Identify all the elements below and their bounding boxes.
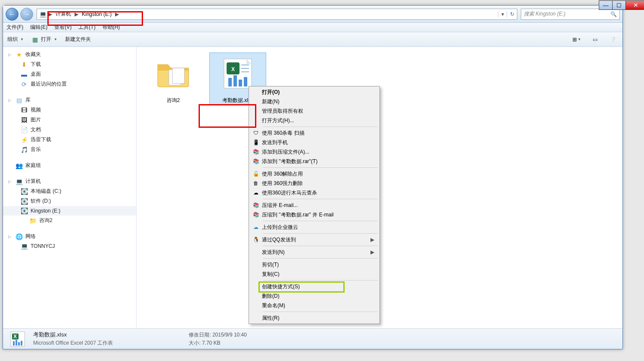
chevron-right-icon[interactable]: ▶ [73, 11, 80, 17]
ctx-properties[interactable]: 属性(R) [250, 313, 379, 323]
ctx-addarchive[interactable]: 📚添加到压缩文件(A)... [250, 147, 379, 157]
desktop-icon: ▬ [20, 71, 28, 78]
tree-network-pc[interactable]: 💻TONNYCJ [3, 241, 136, 251]
tree-pictures[interactable]: 🖼图片 [3, 115, 136, 125]
ctx-delete[interactable]: 删除(D) [250, 291, 379, 301]
close-button[interactable]: ✕ [625, 0, 644, 10]
star-icon: ★ [15, 51, 23, 58]
menu-help[interactable]: 帮助(H) [103, 24, 120, 31]
chevron-right-icon[interactable]: ▶ [47, 11, 54, 17]
excel-icon: X [9, 330, 26, 348]
menu-view[interactable]: 查看(V) [54, 24, 72, 31]
cloud-icon: ☁ [250, 224, 262, 230]
preview-pane-button[interactable]: ▭ [590, 35, 600, 44]
context-menu: 打开(O) 新建(N) 管理员取得所有权 打开方式(H)... 🛡使用 360杀… [249, 86, 380, 324]
archive-icon: 📚 [250, 202, 262, 208]
details-size-label: 大小: [189, 340, 200, 346]
archive-icon: 📚 [250, 149, 262, 155]
tree-drive-e[interactable]: 💽Kingston (E:) [3, 206, 136, 216]
disk-icon: 💽 [20, 188, 28, 195]
ctx-360force[interactable]: 🗑使用 360强力删除 [250, 179, 379, 188]
menu-edit[interactable]: 编辑(E) [30, 24, 47, 31]
ctx-rename[interactable]: 重命名(M) [250, 301, 379, 310]
navigation-bar: ← → 💻 ▶ 计算机 ▶ Kingston (E:) ▶ ▾ ↻ 搜索 Kin… [3, 6, 622, 23]
svg-rect-15 [13, 341, 15, 346]
ctx-360scan[interactable]: 🛡使用 360杀毒 扫描 [250, 128, 379, 138]
search-placeholder: 搜索 Kingston (E:) [524, 10, 566, 18]
video-icon: 🎞 [20, 107, 28, 114]
folder-icon [152, 53, 194, 94]
window-controls: — ☐ ✕ [599, 0, 644, 10]
breadcrumb-item[interactable]: Kingston (E:) [80, 9, 113, 19]
address-bar[interactable]: 💻 ▶ 计算机 ▶ Kingston (E:) ▶ ▾ ↻ [37, 9, 517, 20]
view-options-button[interactable]: ⊞▼ [572, 35, 582, 44]
refresh-button[interactable]: ↻ [507, 11, 517, 17]
ctx-ziprar-email[interactable]: 📚压缩到 "考勤数据.rar" 并 E-mail [250, 210, 379, 219]
menu-tools[interactable]: 工具(T) [78, 24, 95, 31]
chevron-right-icon[interactable]: ▶ [113, 11, 121, 17]
svg-rect-18 [21, 341, 22, 346]
ctx-sendphone[interactable]: 📱发送到手机 [250, 138, 379, 147]
ctx-addrar[interactable]: 📚添加到 "考勤数据.rar"(T) [250, 157, 379, 166]
ctx-open[interactable]: 打开(O) [250, 87, 379, 97]
maximize-button[interactable]: ☐ [612, 0, 626, 10]
tree-homegroup[interactable]: 👥家庭组 [3, 160, 136, 170]
ctx-copy[interactable]: 复制(C) [250, 269, 379, 279]
tree-computer[interactable]: ▷💻计算机 [3, 176, 136, 186]
ctx-cut[interactable]: 剪切(T) [250, 260, 379, 269]
tree-music[interactable]: 🎵音乐 [3, 145, 136, 154]
ctx-admin[interactable]: 管理员取得所有权 [250, 106, 379, 116]
tree-subfolder[interactable]: 📁咨询2 [3, 216, 136, 225]
ctx-qq-send[interactable]: 🐧通过QQ发送到▶ [250, 235, 379, 244]
tree-libraries[interactable]: ▷▤库 [3, 95, 136, 105]
svg-rect-8 [228, 78, 232, 86]
folder-tile[interactable]: 咨询2 [145, 53, 201, 104]
tree-recent[interactable]: ⟳最近访问的位置 [3, 79, 136, 89]
recent-icon: ⟳ [20, 81, 28, 88]
ctx-sendto[interactable]: 发送到(N)▶ [250, 247, 379, 257]
open-button[interactable]: ▦ 打开▼ [31, 36, 57, 43]
excel-icon: ▦ [31, 36, 39, 43]
minimize-button[interactable]: — [599, 0, 613, 10]
homegroup-icon: 👥 [15, 162, 23, 169]
unlock-icon: 🔓 [250, 171, 262, 177]
tree-downloads[interactable]: ⬇下载 [3, 59, 136, 69]
ctx-upload-weiyun[interactable]: ☁上传到企业微云 [250, 222, 379, 232]
menu-file[interactable]: 文件(F) [6, 24, 23, 31]
new-folder-button[interactable]: 新建文件夹 [65, 36, 91, 43]
svg-rect-1 [172, 68, 184, 83]
tree-favorites[interactable]: ▷★收藏夹 [3, 49, 136, 59]
address-dropdown[interactable]: ▾ [498, 11, 507, 17]
search-icon[interactable]: 🔍 [610, 11, 617, 17]
tree-desktop[interactable]: ▬桌面 [3, 69, 136, 79]
back-button[interactable]: ← [6, 8, 19, 21]
computer-icon: 💻 [39, 11, 47, 18]
search-input[interactable]: 搜索 Kingston (E:) 🔍 [521, 9, 620, 20]
tree-documents[interactable]: 📄文档 [3, 125, 136, 135]
svg-rect-17 [18, 342, 20, 346]
ctx-360unlock[interactable]: 🔓使用 360解除占用 [250, 169, 379, 179]
ctx-zipemail[interactable]: 📚压缩并 E-mail... [250, 201, 379, 210]
ctx-openwith[interactable]: 打开方式(H)... [250, 116, 379, 125]
picture-icon: 🖼 [20, 117, 28, 123]
archive-icon: 📚 [250, 212, 262, 218]
tree-network[interactable]: ▷🌐网络 [3, 231, 136, 241]
breadcrumb-item[interactable]: 计算机 [54, 9, 73, 19]
archive-icon: 📚 [250, 158, 262, 164]
computer-icon: 💻 [20, 243, 28, 250]
disk-icon: 💽 [20, 207, 28, 214]
tree-drive-c[interactable]: 💽本地磁盘 (C:) [3, 186, 136, 196]
folder-icon: 📁 [29, 217, 37, 224]
tree-videos[interactable]: 🎞视频 [3, 105, 136, 115]
svg-rect-11 [244, 77, 247, 86]
ctx-360cloud[interactable]: ☁使用360进行木马云查杀 [250, 188, 379, 197]
ctx-new[interactable]: 新建(N) [250, 97, 379, 106]
tree-drive-d[interactable]: 💽软件 (D:) [3, 196, 136, 206]
organize-button[interactable]: 组织▼ [7, 36, 24, 43]
help-button[interactable]: ❔ [608, 35, 618, 44]
ctx-shortcut[interactable]: 创建快捷方式(S) [250, 282, 379, 291]
delete-icon: 🗑 [250, 180, 262, 186]
forward-button[interactable]: → [20, 8, 33, 21]
tree-thunder[interactable]: ⚡迅雷下载 [3, 135, 136, 145]
details-filename: 考勤数据.xlsx [33, 331, 113, 339]
